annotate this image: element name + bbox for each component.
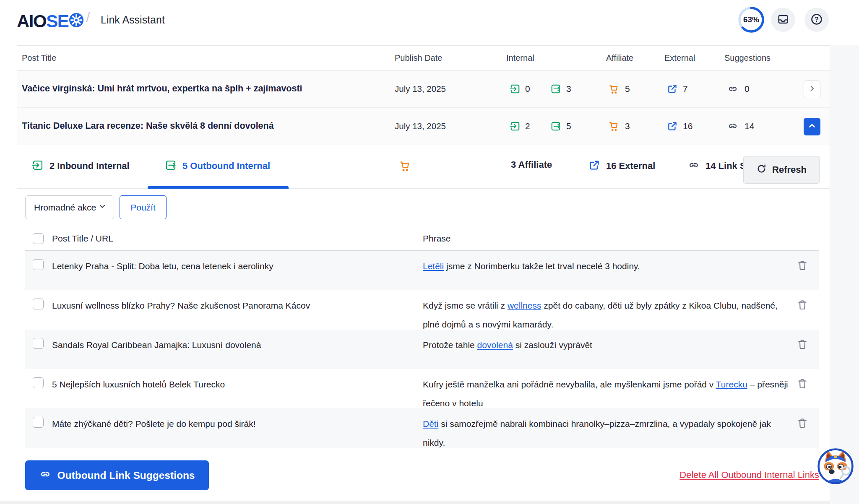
tab-inbound-internal-label: 2 Inbound Internal <box>49 161 130 171</box>
affiliate-count: 5 <box>625 84 630 94</box>
seo-score-ring[interactable]: 63% <box>737 6 765 34</box>
notifications-button[interactable] <box>771 8 795 32</box>
link-row: Sandals Royal Caribbean Jamajka: Luxusní… <box>25 330 819 369</box>
delete-row-button[interactable] <box>796 417 809 430</box>
breadcrumb-separator: / <box>86 9 90 26</box>
link-assistant-page: AIOSE / Link Assistant <box>0 0 859 504</box>
delete-row-button[interactable] <box>796 338 809 351</box>
external-link-icon <box>667 121 678 132</box>
col-publish-date: Publish Date <box>395 53 442 63</box>
row-checkbox[interactable] <box>33 417 44 428</box>
trash-icon <box>797 267 808 273</box>
phrase-anchor[interactable]: wellness <box>508 301 541 310</box>
post-title[interactable]: Vačice virginská: Umí hrát mrtvou, exper… <box>22 83 302 94</box>
gear-icon <box>68 11 83 31</box>
row-checkbox[interactable] <box>33 259 44 270</box>
delete-all-link[interactable]: Delete All Outbound Internal Links <box>679 470 819 481</box>
logo-text-se: SE <box>46 11 68 31</box>
post-title[interactable]: Titanic Deluxe Lara recenze: Naše skvělá… <box>22 121 274 131</box>
link-suggestions-icon <box>727 121 738 132</box>
outbound-count: 3 <box>566 84 571 94</box>
suggestions-count: 14 <box>744 121 754 131</box>
card-bottom-edge <box>0 501 830 504</box>
card-right-gutter <box>830 45 859 504</box>
outbound-internal-icon <box>550 121 561 132</box>
phrase-pre: Když jsme se vrátili z <box>423 301 508 310</box>
row-title: Luxusní wellness blízko Prahy? Naše zkuš… <box>52 296 396 315</box>
refresh-label: Refresh <box>772 164 807 175</box>
outbound-internal-icon <box>165 159 177 173</box>
row-title: Letenky Praha - Split: Doba letu, cena l… <box>52 257 396 275</box>
link-row: Máte zhýčkané děti? Pošlete je do kempu … <box>25 408 819 448</box>
fox-mascot[interactable] <box>816 447 855 486</box>
trash-icon <box>797 424 808 431</box>
col-external: External <box>664 53 695 63</box>
inbound-internal-icon <box>510 121 521 132</box>
delete-row-button[interactable] <box>796 259 809 273</box>
row-checkbox[interactable] <box>33 299 44 309</box>
logo-text-aio: AIO <box>17 11 46 31</box>
affiliate-count: 3 <box>625 121 630 131</box>
delete-row-button[interactable] <box>796 377 809 391</box>
row-checkbox[interactable] <box>33 377 44 388</box>
col-internal: Internal <box>506 53 534 63</box>
link-suggestions-icon <box>688 159 700 173</box>
tab-link-suggestions-label: 14 Link S <box>705 161 746 171</box>
collapse-row-button[interactable] <box>804 118 820 135</box>
outbound-link-suggestions-button[interactable]: Outbound Link Suggestions <box>25 460 209 490</box>
affiliate-cart-icon[interactable] <box>399 160 411 174</box>
outbound-internal-icon <box>550 83 561 94</box>
phrase-pre: Kufry ještě manželka ani pořádně nevybal… <box>423 379 716 389</box>
outbound-link-suggestions-label: Outbound Link Suggestions <box>57 470 195 481</box>
delete-row-button[interactable] <box>796 299 809 312</box>
external-link-icon <box>667 83 678 94</box>
tab-affiliate-label: 3 Affiliate <box>511 159 552 170</box>
inbound-internal-icon <box>32 159 44 173</box>
top-header-bar: AIOSE / Link Assistant <box>0 0 859 45</box>
select-all-checkbox[interactable] <box>33 233 44 244</box>
phrase-text: Letěli jsme z Norimberku takže let trval… <box>423 257 789 275</box>
help-icon: ? <box>810 13 823 27</box>
col-post-title: Post Title <box>22 53 56 63</box>
tab-inbound-internal[interactable]: 2 Inbound Internal <box>32 159 130 173</box>
link-row: 5 Nejlepších luxusních hotelů Belek Ture… <box>25 369 819 408</box>
chevron-down-icon <box>98 202 107 213</box>
inbound-count: 2 <box>525 121 530 131</box>
expand-row-button[interactable] <box>804 81 820 98</box>
refresh-button[interactable]: Refresh <box>743 156 820 184</box>
tab-outbound-internal-label: 5 Outbound Internal <box>182 161 270 171</box>
col-suggestions: Suggestions <box>724 53 770 63</box>
tab-outbound-internal[interactable]: 5 Outbound Internal <box>165 159 270 173</box>
phrase-text: Když jsme se vrátili z wellness zpět do … <box>423 296 789 334</box>
tab-affiliate[interactable]: 3 Affiliate <box>511 159 552 170</box>
phrase-pre: Protože tahle <box>423 340 477 350</box>
phrase-text: Děti si samozřejmě nabrali kombinaci hra… <box>423 414 789 452</box>
apply-button[interactable]: Použít <box>120 195 167 219</box>
external-link-icon <box>588 159 600 173</box>
row-checkbox[interactable] <box>33 338 44 349</box>
affiliate-cart-icon <box>608 83 619 94</box>
outbound-count: 5 <box>566 121 571 131</box>
aioseo-logo[interactable]: AIOSE <box>17 11 83 31</box>
inbox-icon <box>777 13 789 27</box>
posts-table-header: Post Title Publish Date Internal Affilia… <box>17 45 830 71</box>
suggestions-count: 0 <box>744 84 750 94</box>
phrase-text: Kufry ještě manželka ani pořádně nevybal… <box>423 375 789 413</box>
outbound-links-table: Post Title / URL Phrase Letenky Praha - … <box>25 229 819 448</box>
phrase-post: jsme z Norimberku takže let trval necelé… <box>444 261 640 271</box>
phrase-anchor[interactable]: Děti <box>423 419 438 429</box>
trash-icon <box>797 346 808 352</box>
phrase-anchor[interactable]: Letěli <box>423 261 444 271</box>
tab-link-suggestions[interactable]: 14 Link S <box>688 159 746 173</box>
col-phrase: Phrase <box>423 234 451 244</box>
phrase-anchor[interactable]: Turecku <box>716 379 747 389</box>
post-publish-date: July 13, 2025 <box>395 121 446 131</box>
tab-external[interactable]: 16 External <box>588 159 655 173</box>
bulk-actions-select[interactable]: Hromadné akce <box>25 195 114 219</box>
row-title: Sandals Royal Caribbean Jamajka: Luxusní… <box>52 335 396 354</box>
seo-score-value: 63% <box>737 6 765 34</box>
affiliate-cart-icon <box>608 121 619 132</box>
phrase-post: si samozřejmě nabrali kombinaci hranolky… <box>423 419 771 447</box>
help-button[interactable]: ? <box>804 8 829 32</box>
phrase-anchor[interactable]: dovolená <box>477 340 513 350</box>
